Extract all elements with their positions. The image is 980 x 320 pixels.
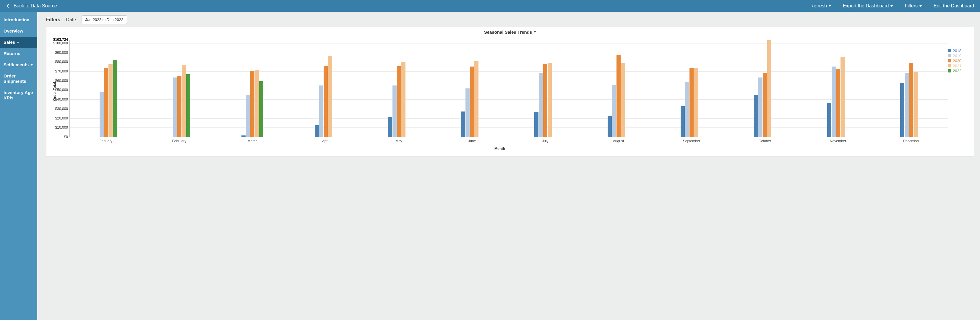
bar-2021-september[interactable] [694, 68, 698, 137]
bar-2022-august[interactable] [625, 137, 630, 137]
month-group-january: January [70, 40, 143, 137]
bar-2021-may[interactable] [401, 62, 406, 137]
bar-2020-november[interactable] [836, 69, 840, 137]
bar-2018-june[interactable] [461, 111, 465, 137]
filters-menu[interactable]: Filters [905, 3, 922, 9]
sidebar-item-label: Order Shipments [3, 73, 34, 84]
bar-2018-november[interactable] [827, 103, 831, 137]
filter-date-label: Date: [66, 17, 77, 22]
bar-2018-august[interactable] [608, 116, 612, 137]
main: IntroductionOverviewSalesReturnsSettleme… [0, 12, 980, 320]
bar-2020-october[interactable] [763, 73, 767, 137]
bar-2021-november[interactable] [840, 57, 845, 137]
bar-2021-april[interactable] [328, 56, 332, 137]
bar-2021-july[interactable] [547, 63, 552, 137]
legend-item-2021[interactable]: 2021 [948, 64, 969, 68]
bar-2021-august[interactable] [621, 63, 625, 137]
bar-2021-december[interactable] [913, 72, 918, 137]
arrow-left-icon [6, 3, 11, 9]
bar-2020-december[interactable] [909, 63, 913, 137]
bar-2019-february[interactable] [173, 78, 177, 137]
bar-2018-september[interactable] [681, 106, 685, 137]
sidebar-item-overview[interactable]: Overview [0, 25, 37, 37]
bar-2018-may[interactable] [388, 117, 392, 137]
bar-2019-april[interactable] [319, 86, 323, 137]
sidebar-item-settlements[interactable]: Settlements [0, 59, 37, 70]
x-tick: July [542, 139, 548, 143]
bar-2019-july[interactable] [539, 73, 543, 137]
x-tick: September [683, 139, 700, 143]
bar-2021-october[interactable] [767, 40, 772, 137]
bar-2018-february[interactable] [169, 137, 173, 137]
x-tick: February [172, 139, 186, 143]
bar-2019-september[interactable] [685, 82, 689, 137]
bar-2021-june[interactable] [474, 61, 479, 137]
sidebar-item-inventory-age-kpis[interactable]: Inventory Age KPIs [0, 87, 37, 103]
edit-dashboard-link[interactable]: Edit the Dashboard [934, 3, 974, 9]
bar-2020-august[interactable] [616, 55, 620, 137]
bar-2022-january[interactable] [113, 60, 117, 137]
bar-2019-january[interactable] [100, 92, 104, 137]
bar-2020-april[interactable] [324, 66, 328, 137]
x-tick: October [759, 139, 772, 143]
legend-item-2022[interactable]: 2022 [948, 68, 969, 73]
bar-2021-march[interactable] [255, 70, 259, 137]
plot: Order Total $0$10,000$20,000$30,000$40,0… [70, 37, 948, 146]
sidebar-item-order-shipments[interactable]: Order Shipments [0, 70, 37, 87]
bar-2022-march[interactable] [259, 81, 263, 137]
sidebar-item-label: Overview [3, 29, 23, 34]
refresh-menu[interactable]: Refresh [810, 3, 831, 9]
bar-2019-may[interactable] [393, 86, 397, 137]
x-tick: March [248, 139, 258, 143]
bar-2018-july[interactable] [535, 112, 538, 137]
y-tick: $90,000 [49, 51, 68, 55]
bar-2019-november[interactable] [832, 67, 836, 137]
month-group-july: July [509, 40, 582, 137]
sidebar: IntroductionOverviewSalesReturnsSettleme… [0, 12, 37, 320]
chevron-down-icon [920, 5, 922, 7]
sidebar-item-sales[interactable]: Sales [0, 37, 37, 48]
x-tick: November [830, 139, 846, 143]
back-to-data-source[interactable]: Back to Data Source [6, 3, 57, 9]
bar-2022-april[interactable] [332, 137, 337, 137]
bar-2020-march[interactable] [250, 71, 255, 137]
bar-2020-july[interactable] [543, 64, 547, 137]
legend-item-2018[interactable]: 2018 [948, 48, 969, 53]
bar-2018-january[interactable] [95, 137, 99, 137]
topbar: Back to Data Source Refresh Export the D… [0, 0, 980, 12]
legend-item-2020[interactable]: 2020 [948, 59, 969, 63]
bar-2021-february[interactable] [182, 65, 186, 137]
bar-2022-november[interactable] [845, 137, 849, 137]
bar-2022-february[interactable] [186, 74, 190, 137]
back-label: Back to Data Source [14, 3, 57, 9]
bar-2022-december[interactable] [918, 137, 922, 137]
bar-2020-february[interactable] [177, 76, 181, 137]
bar-2021-january[interactable] [108, 64, 113, 137]
sidebar-item-introduction[interactable]: Introduction [0, 14, 37, 25]
bar-2020-september[interactable] [689, 68, 694, 137]
bar-2019-december[interactable] [905, 73, 909, 137]
export-menu[interactable]: Export the Dashboard [843, 3, 893, 9]
bar-2018-october[interactable] [754, 95, 758, 137]
y-tick: $30,000 [49, 107, 68, 111]
bar-2022-october[interactable] [772, 137, 776, 137]
bar-2019-august[interactable] [612, 85, 616, 137]
bar-2018-december[interactable] [900, 83, 904, 137]
bar-2019-june[interactable] [466, 88, 469, 137]
sidebar-item-returns[interactable]: Returns [0, 48, 37, 59]
bar-2022-september[interactable] [698, 137, 703, 137]
month-group-april: April [289, 40, 362, 137]
date-range-selector[interactable]: Jan-2022 to Dec-2022 [81, 15, 127, 24]
bar-2020-january[interactable] [104, 68, 108, 137]
legend-item-2019[interactable]: 2019 [948, 54, 969, 58]
chart-title-dropdown[interactable]: Seasonal Sales Trends [484, 30, 536, 35]
bar-2018-april[interactable] [315, 125, 319, 137]
bar-2018-march[interactable] [242, 135, 246, 137]
bar-2022-may[interactable] [406, 137, 410, 137]
bar-2022-june[interactable] [479, 137, 483, 137]
bar-2020-june[interactable] [470, 67, 474, 137]
bar-2019-march[interactable] [246, 95, 250, 137]
bar-2022-july[interactable] [552, 137, 556, 137]
bar-2020-may[interactable] [397, 66, 401, 137]
bar-2019-october[interactable] [758, 78, 762, 137]
